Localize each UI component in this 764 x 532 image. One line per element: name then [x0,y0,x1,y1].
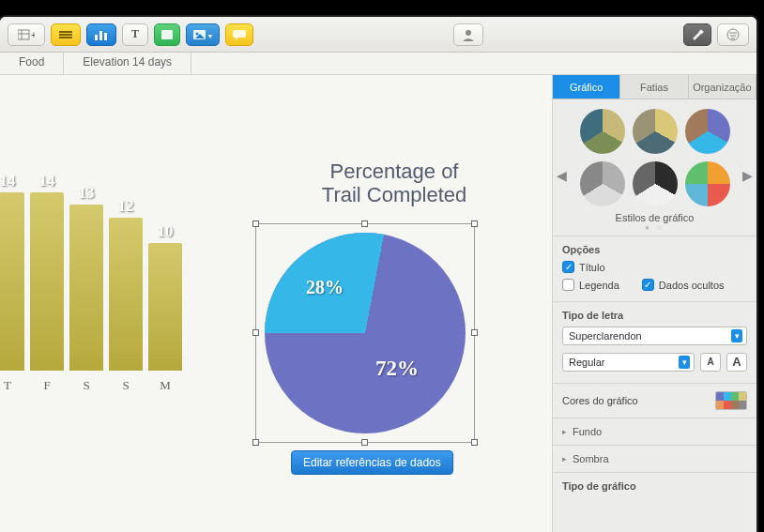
insert-text-button[interactable]: T [122,23,148,46]
styles-label: Estilos de gráfico [572,212,738,223]
svg-rect-7 [95,35,98,40]
app-window: + T ▾ Food Elevation 14 days [0,17,756,532]
chart-style-option[interactable] [633,109,678,154]
organize-button[interactable] [717,23,749,46]
resize-handle[interactable] [471,439,478,446]
canvas[interactable]: 14 14 13 12 10 T F S S M Percentage of T… [0,75,552,532]
hidden-data-checkbox-label: Dados ocultos [659,280,725,291]
pie-chart-title[interactable]: Percentage of Trail Completed [272,160,516,207]
bar-category: M [148,378,182,393]
pie-label-28: 28% [306,277,344,298]
bar-value: 14 [39,172,55,190]
inspector-panel: Gráfico Fatias Organização ◀ ▶ Estilos d… [552,75,756,532]
tab-arrange[interactable]: Organização [689,75,756,99]
bar-category: S [69,378,103,393]
sheet-tab-bar: Food Elevation 14 days [0,53,756,75]
chart-type-section: Tipo de gráfico [553,472,756,505]
bar-value: 14 [0,172,16,190]
bar-category: T [0,378,24,393]
bar-value: 13 [79,184,95,203]
sort-icon [725,28,741,41]
font-size-increase-button[interactable]: A [726,353,747,372]
add-sheet-button[interactable]: + [8,23,45,46]
legend-checkbox-label: Legenda [579,280,619,291]
image-icon: ▾ [192,29,213,40]
comment-icon [232,29,247,40]
insert-comment-button[interactable] [225,23,253,46]
format-button[interactable] [683,23,711,46]
insert-chart-button[interactable] [86,23,116,46]
svg-rect-8 [99,31,102,40]
bar-chart[interactable]: 14 14 13 12 10 T F S S M [0,192,206,393]
shadow-disclosure[interactable]: Sombra [553,445,756,472]
title-checkbox[interactable]: ✓ [562,261,574,273]
sheet-tab-elevation[interactable]: Elevation 14 days [64,53,191,74]
resize-handle[interactable] [252,439,259,446]
pie-label-72: 72% [375,357,419,381]
chart-style-option[interactable] [580,161,625,206]
chart-colors-button[interactable] [715,391,747,410]
styles-prev-arrow[interactable]: ◀ [557,168,567,183]
list-icon [57,29,74,40]
chart-style-option[interactable] [633,161,678,206]
plus-icon: + [31,30,35,40]
chart-style-option[interactable] [685,109,730,154]
chart-type-heading: Tipo de gráfico [562,480,747,492]
shape-icon [160,29,174,40]
svg-rect-0 [18,30,29,39]
chart-style-option[interactable] [580,109,625,154]
view-button[interactable] [51,23,81,46]
chart-styles: ◀ ▶ Estilos de gráfico ● ○ [553,99,756,236]
collab-button[interactable] [453,23,483,46]
resize-handle[interactable] [252,220,259,227]
resize-handle[interactable] [252,329,259,336]
font-weight-select[interactable]: Regular [562,353,695,372]
tab-slices[interactable]: Fatias [620,75,688,99]
svg-point-17 [466,30,471,36]
svg-rect-15 [233,30,246,38]
chart-style-option[interactable] [685,161,730,206]
pie-chart[interactable] [265,233,466,433]
inspector-tabs: Gráfico Fatias Organização [553,75,756,99]
bar-chart-icon [93,29,110,40]
legend-checkbox[interactable] [562,279,574,291]
page-dots: ● ○ [572,223,738,232]
title-checkbox-label: Título [579,262,605,273]
resize-handle[interactable] [361,220,368,227]
font-heading: Tipo de letra [562,310,747,321]
background-disclosure[interactable]: Fundo [553,418,756,445]
resize-handle[interactable] [471,220,478,227]
options-section: Opções ✓ Título Legenda ✓ Dados ocultos [553,236,756,301]
insert-media-button[interactable]: ▾ [186,23,220,46]
bar-category: S [109,378,143,393]
pie-slice-28 [265,233,466,433]
styles-next-arrow[interactable]: ▶ [742,168,753,183]
insert-shape-button[interactable] [154,23,180,46]
svg-rect-9 [104,33,107,40]
person-icon [460,28,477,41]
svg-rect-10 [161,30,173,39]
hidden-data-checkbox[interactable]: ✓ [642,279,654,291]
options-heading: Opções [562,244,747,255]
brush-icon [690,28,705,41]
bar-category: F [30,378,64,393]
tab-chart[interactable]: Gráfico [553,75,620,99]
bar-value: 12 [118,197,134,216]
font-section: Tipo de letra Superclarendon Regular A A [553,301,756,383]
bar-value: 10 [158,222,174,241]
svg-text:▾: ▾ [208,32,212,40]
svg-marker-16 [236,37,239,40]
chart-colors-label: Cores do gráfico [562,395,638,406]
font-size-decrease-button[interactable]: A [700,353,721,372]
font-family-select[interactable]: Superclarendon [562,327,747,345]
svg-point-12 [196,32,199,35]
toolbar: + T ▾ [0,17,756,53]
sheet-tab-food[interactable]: Food [0,53,64,74]
resize-handle[interactable] [471,329,478,336]
chart-colors-section: Cores do gráfico [553,383,756,418]
edit-data-references-button[interactable]: Editar referências de dados [291,450,453,475]
resize-handle[interactable] [361,439,368,446]
